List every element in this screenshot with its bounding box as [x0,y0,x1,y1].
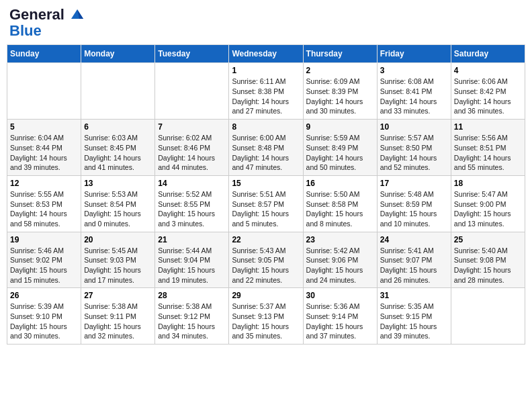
day-header-thursday: Thursday [303,45,377,63]
calendar-cell: 21Sunrise: 5:44 AMSunset: 9:04 PMDayligh… [155,232,229,288]
day-number: 24 [380,235,448,244]
day-info: Sunrise: 5:42 AMSunset: 9:06 PMDaylight:… [306,246,374,285]
calendar-cell: 26Sunrise: 5:39 AMSunset: 9:10 PMDayligh… [7,288,81,345]
calendar-cell: 7Sunrise: 6:02 AMSunset: 8:46 PMDaylight… [155,120,229,176]
day-number: 9 [306,122,374,132]
calendar-week-row: 1Sunrise: 6:11 AMSunset: 8:38 PMDaylight… [7,63,525,120]
calendar-cell: 10Sunrise: 5:57 AMSunset: 8:50 PMDayligh… [377,120,451,176]
day-info: Sunrise: 5:37 AMSunset: 9:13 PMDaylight:… [232,302,300,341]
calendar-cell: 14Sunrise: 5:52 AMSunset: 8:55 PMDayligh… [155,175,229,232]
calendar-cell: 25Sunrise: 5:40 AMSunset: 9:08 PMDayligh… [451,232,525,288]
day-number: 28 [158,291,226,300]
day-header-sunday: Sunday [7,45,81,63]
day-number: 8 [232,122,300,132]
day-number: 30 [306,291,374,300]
day-info: Sunrise: 5:53 AMSunset: 8:54 PMDaylight:… [84,189,152,229]
day-number: 3 [380,66,448,75]
day-number: 26 [10,291,78,300]
day-info: Sunrise: 5:52 AMSunset: 8:55 PMDaylight:… [158,189,226,229]
calendar-cell: 11Sunrise: 5:56 AMSunset: 8:51 PMDayligh… [451,120,525,176]
day-number: 25 [454,235,522,244]
calendar-cell: 20Sunrise: 5:45 AMSunset: 9:03 PMDayligh… [81,232,155,288]
day-info: Sunrise: 5:55 AMSunset: 8:53 PMDaylight:… [10,189,78,229]
day-info: Sunrise: 5:51 AMSunset: 8:57 PMDaylight:… [232,189,300,229]
day-number: 29 [232,291,300,300]
day-number: 1 [232,66,300,75]
calendar-week-row: 12Sunrise: 5:55 AMSunset: 8:53 PMDayligh… [7,175,525,232]
day-number: 19 [10,235,78,244]
day-info: Sunrise: 5:41 AMSunset: 9:07 PMDaylight:… [380,246,448,285]
day-header-friday: Friday [377,45,451,63]
day-info: Sunrise: 5:38 AMSunset: 9:11 PMDaylight:… [84,302,152,341]
calendar-cell [81,63,155,120]
day-info: Sunrise: 5:48 AMSunset: 8:59 PMDaylight:… [380,189,448,229]
logo-general: General [9,6,64,23]
calendar-cell: 30Sunrise: 5:36 AMSunset: 9:14 PMDayligh… [303,288,377,345]
calendar-week-row: 5Sunrise: 6:04 AMSunset: 8:44 PMDaylight… [7,120,525,176]
day-number: 14 [158,179,226,188]
day-number: 22 [232,235,300,244]
calendar-cell [155,63,229,120]
calendar-cell: 2Sunrise: 6:09 AMSunset: 8:39 PMDaylight… [303,63,377,120]
day-number: 27 [84,291,152,300]
calendar-cell: 4Sunrise: 6:06 AMSunset: 8:42 PMDaylight… [451,63,525,120]
day-number: 13 [84,179,152,188]
calendar-cell: 18Sunrise: 5:47 AMSunset: 9:00 PMDayligh… [451,175,525,232]
calendar-cell: 19Sunrise: 5:46 AMSunset: 9:02 PMDayligh… [7,232,81,288]
day-info: Sunrise: 6:08 AMSunset: 8:41 PMDaylight:… [380,77,448,116]
calendar-cell: 13Sunrise: 5:53 AMSunset: 8:54 PMDayligh… [81,175,155,232]
day-info: Sunrise: 5:38 AMSunset: 9:12 PMDaylight:… [158,302,226,341]
day-number: 18 [454,179,522,188]
calendar-cell: 12Sunrise: 5:55 AMSunset: 8:53 PMDayligh… [7,175,81,232]
day-info: Sunrise: 5:45 AMSunset: 9:03 PMDaylight:… [84,246,152,285]
day-number: 21 [158,235,226,244]
logo: General Blue [9,7,85,39]
day-header-tuesday: Tuesday [155,45,229,63]
day-info: Sunrise: 6:00 AMSunset: 8:48 PMDaylight:… [232,133,300,173]
day-number: 17 [380,179,448,188]
day-info: Sunrise: 5:44 AMSunset: 9:04 PMDaylight:… [158,246,226,285]
calendar-cell [7,63,81,120]
day-info: Sunrise: 5:59 AMSunset: 8:49 PMDaylight:… [306,133,374,173]
day-info: Sunrise: 5:43 AMSunset: 9:05 PMDaylight:… [232,246,300,285]
calendar-cell: 28Sunrise: 5:38 AMSunset: 9:12 PMDayligh… [155,288,229,345]
day-number: 12 [10,179,78,188]
logo-blue: Blue [9,22,42,39]
calendar-cell: 1Sunrise: 6:11 AMSunset: 8:38 PMDaylight… [229,63,303,120]
calendar-cell: 24Sunrise: 5:41 AMSunset: 9:07 PMDayligh… [377,232,451,288]
day-number: 7 [158,122,226,132]
calendar-cell: 6Sunrise: 6:03 AMSunset: 8:45 PMDaylight… [81,120,155,176]
calendar-cell: 5Sunrise: 6:04 AMSunset: 8:44 PMDaylight… [7,120,81,176]
day-info: Sunrise: 5:39 AMSunset: 9:10 PMDaylight:… [10,302,78,341]
calendar-cell: 9Sunrise: 5:59 AMSunset: 8:49 PMDaylight… [303,120,377,176]
calendar-cell: 31Sunrise: 5:35 AMSunset: 9:15 PMDayligh… [377,288,451,345]
day-info: Sunrise: 5:40 AMSunset: 9:08 PMDaylight:… [454,246,522,285]
calendar-cell: 16Sunrise: 5:50 AMSunset: 8:58 PMDayligh… [303,175,377,232]
logo-text: General Blue [9,7,85,39]
day-info: Sunrise: 5:46 AMSunset: 9:02 PMDaylight:… [10,246,78,285]
day-header-saturday: Saturday [451,45,525,63]
logo-icon [70,7,85,21]
calendar-header-row: SundayMondayTuesdayWednesdayThursdayFrid… [7,45,525,63]
calendar-cell: 29Sunrise: 5:37 AMSunset: 9:13 PMDayligh… [229,288,303,345]
calendar-week-row: 19Sunrise: 5:46 AMSunset: 9:02 PMDayligh… [7,232,525,288]
calendar-week-row: 26Sunrise: 5:39 AMSunset: 9:10 PMDayligh… [7,288,525,345]
day-number: 4 [454,66,522,75]
day-info: Sunrise: 6:02 AMSunset: 8:46 PMDaylight:… [158,133,226,173]
day-number: 10 [380,122,448,132]
day-info: Sunrise: 6:03 AMSunset: 8:45 PMDaylight:… [84,133,152,173]
day-number: 15 [232,179,300,188]
calendar-cell: 3Sunrise: 6:08 AMSunset: 8:41 PMDaylight… [377,63,451,120]
calendar-cell: 17Sunrise: 5:48 AMSunset: 8:59 PMDayligh… [377,175,451,232]
day-info: Sunrise: 5:57 AMSunset: 8:50 PMDaylight:… [380,133,448,173]
day-header-wednesday: Wednesday [229,45,303,63]
day-info: Sunrise: 6:11 AMSunset: 8:38 PMDaylight:… [232,77,300,116]
day-number: 2 [306,66,374,75]
day-number: 20 [84,235,152,244]
day-info: Sunrise: 5:35 AMSunset: 9:15 PMDaylight:… [380,302,448,341]
day-number: 31 [380,291,448,300]
calendar-cell: 8Sunrise: 6:00 AMSunset: 8:48 PMDaylight… [229,120,303,176]
day-number: 11 [454,122,522,132]
calendar-cell [451,288,525,345]
calendar-cell: 27Sunrise: 5:38 AMSunset: 9:11 PMDayligh… [81,288,155,345]
